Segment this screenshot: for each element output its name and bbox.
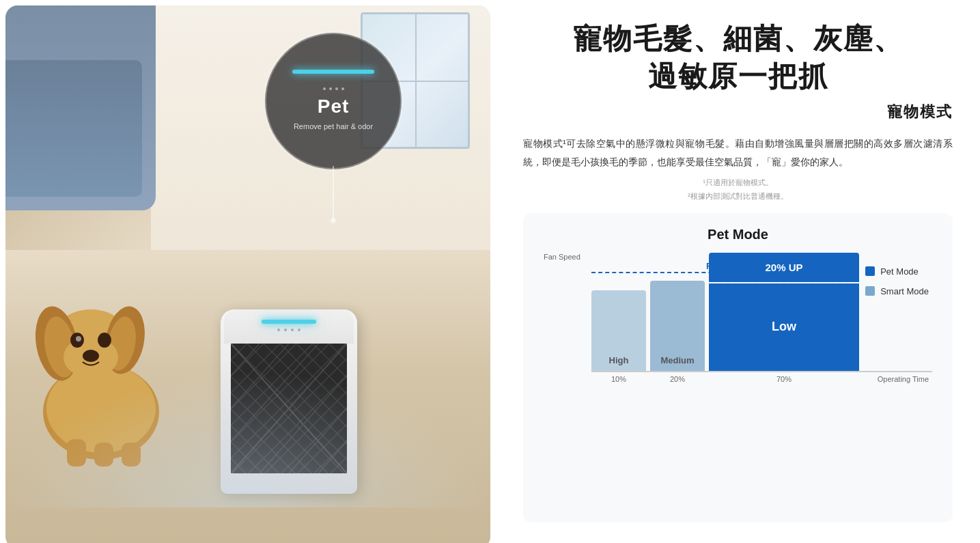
legend-pet-mode: Pet Mode (865, 266, 929, 277)
x-label-10: 10% (591, 375, 646, 383)
purifier-light (262, 320, 316, 324)
chart-legend: Pet Mode Smart Mode (865, 266, 929, 296)
legend-pet-color (865, 266, 875, 276)
bars-area: Fan Speed High Medium 2 (591, 253, 932, 372)
x-axis: 10% 20% 70% Operating Time (591, 375, 932, 383)
pet-mode-popup: Pet Remove pet hair & odor (265, 33, 402, 156)
bar-high-group: High (591, 290, 646, 371)
main-title: 寵物毛髮、細菌、灰塵、 過敏原一把抓 (523, 20, 953, 102)
legend-smart-mode: Smart Mode (865, 286, 929, 296)
svg-point-14 (83, 350, 99, 362)
legend-smart-color (865, 286, 875, 296)
purifier-dot-3 (291, 329, 294, 331)
popup-title: Pet (318, 96, 350, 117)
sofa-cushion (5, 60, 142, 197)
x-label-70: 70% (709, 375, 859, 383)
x-label-20: 20% (650, 375, 705, 383)
popup-circle: Pet Remove pet hair & odor (265, 33, 402, 169)
y-axis-label: Fan Speed (544, 253, 580, 261)
fan-speed-dashed-line (591, 272, 837, 273)
purifier-dot-4 (298, 329, 300, 331)
purifier-top (224, 309, 354, 344)
svg-point-33 (331, 218, 336, 223)
left-panel: Pet Remove pet hair & odor (5, 5, 490, 543)
description: 寵物模式¹可去除空氣中的懸浮微粒與寵物毛髮。藉由自動增強風量與層層把關的高效多層… (523, 135, 953, 171)
footnote-1: ¹只適用於寵物模式。 (523, 176, 953, 190)
chart-body: Fan Speed Fan Speed High Medium (544, 253, 932, 372)
chart-title: Pet Mode (544, 227, 932, 242)
popup-dots (323, 87, 344, 90)
popup-subtitle: Remove pet hair & odor (294, 122, 373, 132)
title-line1: 寵物毛髮、細菌、灰塵、 (523, 20, 953, 58)
bar-medium-label: Medium (660, 355, 694, 365)
svg-point-12 (98, 333, 111, 348)
operating-time-label: Operating Time (878, 375, 929, 383)
purifier-dot-1 (277, 329, 280, 331)
title-line2: 過敏原一把抓 (523, 58, 953, 96)
footnotes: ¹只適用於寵物模式。 ²根據內部測試對比普通機種。 (523, 176, 953, 204)
sofa (5, 5, 156, 210)
chart-container: Pet Mode Fan Speed Fan Speed High (523, 213, 953, 523)
legend-smart-label: Smart Mode (880, 286, 929, 296)
bar-pet-bottom-label: Low (772, 320, 796, 334)
bar-high: High (591, 290, 646, 371)
bar-high-label: High (609, 355, 629, 365)
bar-pet-bottom: Low (709, 283, 859, 371)
purifier-dot-2 (284, 329, 287, 331)
airflow-effect (5, 371, 490, 507)
footnote-2: ²根據內部測試對比普通機種。 (523, 190, 953, 204)
svg-point-13 (76, 336, 81, 342)
connector-svg (330, 166, 466, 248)
popup-light (292, 70, 374, 74)
bar-medium-group: Medium (650, 281, 705, 371)
fan-speed-inline-label: Fan Speed (706, 261, 751, 271)
mode-subtitle: 寵物模式 (523, 102, 953, 122)
legend-pet-label: Pet Mode (880, 266, 919, 277)
purifier-controls (277, 329, 300, 331)
right-panel: 寵物毛髮、細菌、灰塵、 過敏原一把抓 寵物模式 寵物模式¹可去除空氣中的懸浮微粒… (496, 0, 980, 543)
bar-medium: Medium (650, 281, 705, 371)
